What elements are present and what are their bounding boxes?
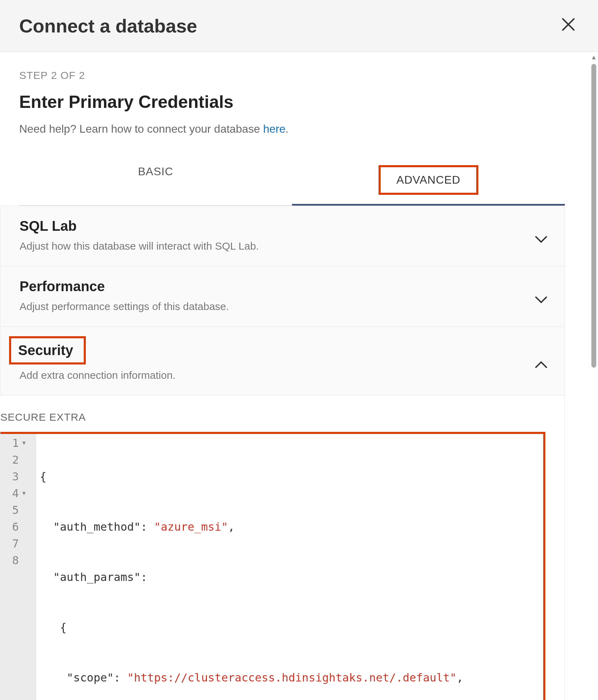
panel-sql-lab-title: SQL Lab	[20, 218, 545, 234]
step-label: STEP 2 OF 2	[19, 69, 565, 81]
code-token: "azure_msi"	[154, 520, 228, 533]
chevron-down-icon[interactable]	[535, 234, 547, 245]
panel-sql-lab[interactable]: SQL Lab Adjust how this database will in…	[0, 206, 565, 266]
close-icon	[561, 16, 575, 35]
step-heading: Enter Primary Credentials	[19, 92, 565, 112]
chevron-down-icon[interactable]	[535, 294, 547, 306]
panel-performance-desc: Adjust performance settings of this data…	[20, 301, 545, 312]
tab-advanced-label: ADVANCED	[396, 174, 460, 186]
help-suffix: .	[285, 123, 289, 135]
secure-extra-label: SECURE EXTRA	[0, 411, 545, 423]
panel-sql-lab-desc: Adjust how this database will interact w…	[20, 240, 545, 252]
line-number: 4	[12, 485, 19, 502]
panel-security-desc: Add extra connection information.	[20, 369, 545, 381]
panel-security[interactable]: Security Add extra connection informatio…	[0, 327, 565, 396]
fold-icon[interactable]: ▼	[22, 435, 29, 451]
code-token: "auth_method"	[53, 520, 141, 533]
help-text: Need help? Learn how to connect your dat…	[19, 123, 565, 135]
panel-security-title: Security	[9, 336, 86, 364]
line-number: 1	[12, 435, 19, 451]
code-token: {	[40, 470, 46, 483]
help-link[interactable]: here	[263, 123, 285, 135]
chevron-up-icon[interactable]	[535, 359, 547, 370]
scroll-track[interactable]	[591, 60, 596, 700]
secure-extra-editor[interactable]: 1▼ 2 3 4▼ 5 6 7 8 { "auth_method": "azur…	[0, 432, 545, 700]
panel-security-body: SECURE EXTRA 1▼ 2 3 4▼ 5 6 7 8 {	[0, 396, 565, 700]
panel-performance[interactable]: Performance Adjust performance settings …	[0, 266, 565, 327]
tabs: BASIC ADVANCED	[19, 155, 565, 206]
help-prefix: Need help? Learn how to connect your dat…	[19, 123, 263, 135]
tab-advanced[interactable]: ADVANCED	[292, 155, 565, 205]
tab-basic[interactable]: BASIC	[19, 155, 292, 205]
line-number: 3	[12, 468, 19, 485]
line-number: 6	[12, 518, 19, 535]
scroll-arrow-up-icon[interactable]: ▲	[591, 54, 597, 60]
line-number: 8	[12, 552, 19, 569]
modal-content: STEP 2 OF 2 Enter Primary Credentials Ne…	[0, 52, 584, 700]
line-number: 5	[12, 502, 19, 518]
code-body[interactable]: { "auth_method": "azure_msi", "auth_para…	[36, 434, 543, 700]
line-number: 7	[12, 535, 19, 552]
tab-advanced-highlight: ADVANCED	[379, 165, 478, 195]
panel-performance-title: Performance	[20, 279, 545, 294]
scroll-thumb[interactable]	[591, 64, 596, 368]
connect-database-modal: Connect a database ▲ ▼ STEP 2 OF 2 Enter…	[0, 0, 598, 700]
accordion-panels: SQL Lab Adjust how this database will in…	[0, 206, 565, 700]
modal-title: Connect a database	[19, 15, 197, 37]
code-token: "scope"	[67, 671, 114, 684]
close-button[interactable]	[558, 14, 579, 38]
line-number: 2	[12, 451, 19, 468]
modal-header: Connect a database	[0, 0, 598, 52]
code-token: "https://clusteraccess.hdinsightaks.net/…	[127, 671, 456, 684]
scrollbar[interactable]: ▲ ▼	[590, 54, 598, 700]
fold-icon[interactable]: ▼	[22, 485, 29, 502]
code-editor-outer: 1▼ 2 3 4▼ 5 6 7 8 { "auth_method": "azur…	[0, 432, 545, 700]
tab-basic-label: BASIC	[138, 165, 173, 178]
code-gutter: 1▼ 2 3 4▼ 5 6 7 8	[0, 434, 36, 700]
code-token: "auth_params"	[53, 570, 141, 584]
code-token: {	[60, 621, 67, 634]
